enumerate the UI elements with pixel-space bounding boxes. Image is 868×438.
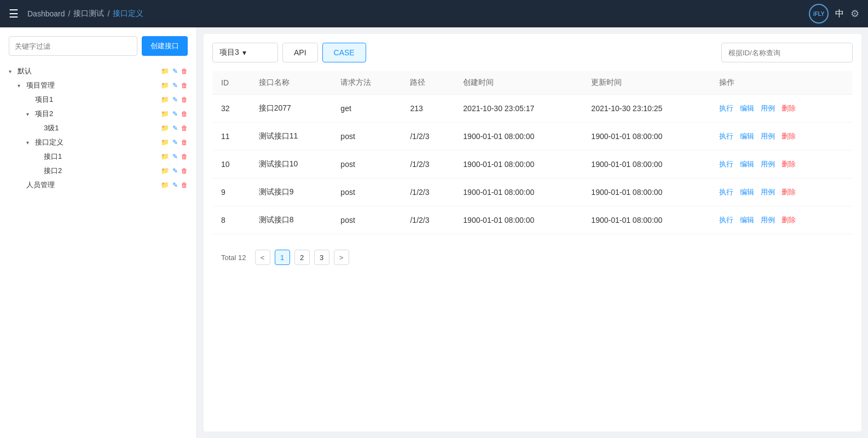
cell-actions: 执行 编辑 用例 删除 — [710, 178, 853, 206]
tree-children-default: ▾ 项目管理 📁 ✎ 🗑 ▸ — [9, 79, 188, 192]
tree-node-interface-def: ▾ 接口定义 📁 ✎ 🗑 — [26, 136, 188, 177]
table-row: 10 测试接口10 post /1/2/3 1900-01-01 08:00:0… — [212, 151, 853, 178]
folder-icon-project1[interactable]: 📁 — [161, 96, 169, 103]
action-execute[interactable]: 执行 — [719, 160, 733, 168]
tab-case[interactable]: CASE — [322, 43, 366, 62]
col-id: ID — [212, 71, 250, 95]
action-usecase[interactable]: 用例 — [761, 188, 775, 196]
tree-row-level3-1[interactable]: ▸ 3级1 📁 ✎ 🗑 — [35, 122, 188, 135]
project-selector[interactable]: 项目3 ▾ — [212, 43, 278, 62]
action-delete[interactable]: 删除 — [782, 132, 796, 140]
tree-label-interface2: 接口2 — [44, 166, 159, 176]
edit-icon-default[interactable]: ✎ — [172, 67, 178, 75]
table-head: ID 接口名称 请求方法 路径 创建时间 更新时间 操作 — [212, 71, 853, 95]
cell-created: 1900-01-01 08:00:00 — [454, 123, 582, 151]
folder-icon-interface1[interactable]: 📁 — [161, 153, 169, 160]
tree-row-interface-def[interactable]: ▾ 接口定义 📁 ✎ 🗑 — [26, 136, 188, 149]
folder-icon-project2[interactable]: 📁 — [161, 110, 169, 118]
delete-icon-project2[interactable]: 🗑 — [181, 110, 188, 118]
action-execute[interactable]: 执行 — [719, 216, 733, 224]
pagination-page-3[interactable]: 3 — [314, 250, 329, 265]
delete-icon-level3-1[interactable]: 🗑 — [181, 124, 188, 132]
edit-icon-project2[interactable]: ✎ — [172, 110, 178, 118]
language-button[interactable]: 中 — [835, 8, 844, 20]
folder-icon-interface-def[interactable]: 📁 — [161, 139, 169, 146]
delete-icon-interface1[interactable]: 🗑 — [181, 153, 188, 160]
breadcrumb-sep-1: / — [68, 9, 71, 18]
cell-updated: 2021-10-30 23:10:25 — [582, 95, 710, 123]
delete-icon-interface-def[interactable]: 🗑 — [181, 139, 188, 146]
tree-label-project-mgmt: 项目管理 — [26, 80, 159, 90]
pagination-page-1[interactable]: 1 — [275, 250, 290, 265]
settings-icon[interactable]: ⚙ — [850, 8, 859, 20]
action-usecase[interactable]: 用例 — [761, 160, 775, 168]
cell-updated: 1900-01-01 08:00:00 — [582, 151, 710, 178]
edit-icon-project1[interactable]: ✎ — [172, 96, 178, 103]
breadcrumb: Dashboard / 接口测试 / 接口定义 — [27, 9, 143, 19]
tree-icons-default: 📁 ✎ 🗑 — [161, 67, 188, 75]
tab-api[interactable]: API — [282, 43, 318, 62]
tree-row-project-mgmt[interactable]: ▾ 项目管理 📁 ✎ 🗑 — [18, 79, 188, 92]
action-delete[interactable]: 删除 — [782, 160, 796, 168]
tree-label-personnel: 人员管理 — [26, 180, 159, 190]
action-execute[interactable]: 执行 — [719, 104, 733, 112]
tree-row-interface1[interactable]: ▸ 接口1 📁 ✎ 🗑 — [35, 150, 188, 163]
action-usecase[interactable]: 用例 — [761, 132, 775, 140]
action-delete[interactable]: 删除 — [782, 188, 796, 196]
edit-icon-personnel[interactable]: ✎ — [172, 181, 178, 189]
action-execute[interactable]: 执行 — [719, 132, 733, 140]
tree-icons-level3-1: 📁 ✎ 🗑 — [161, 124, 188, 132]
action-usecase[interactable]: 用例 — [761, 104, 775, 112]
edit-icon-interface-def[interactable]: ✎ — [172, 139, 178, 146]
hamburger-icon[interactable]: ☰ — [9, 7, 19, 20]
action-usecase[interactable]: 用例 — [761, 216, 775, 224]
cell-created: 1900-01-01 08:00:00 — [454, 178, 582, 206]
create-interface-button[interactable]: 创建接口 — [142, 36, 188, 56]
folder-icon-interface2[interactable]: 📁 — [161, 167, 169, 175]
pagination-prev[interactable]: < — [255, 250, 270, 265]
header-left: ☰ Dashboard / 接口测试 / 接口定义 — [9, 7, 143, 20]
header-right: iFLY 中 ⚙ — [809, 4, 859, 24]
edit-icon-project-mgmt[interactable]: ✎ — [172, 82, 178, 89]
tree-row-default[interactable]: ▾ 默认 📁 ✎ 🗑 — [9, 65, 188, 78]
breadcrumb-interface-test[interactable]: 接口测试 — [73, 9, 104, 19]
delete-icon-interface2[interactable]: 🗑 — [181, 167, 188, 175]
action-edit[interactable]: 编辑 — [740, 132, 754, 140]
search-input[interactable] — [721, 43, 853, 62]
keyword-filter-input[interactable] — [9, 36, 137, 56]
pagination-page-2[interactable]: 2 — [294, 250, 310, 265]
tree-label-default: 默认 — [18, 66, 159, 76]
folder-icon-project-mgmt[interactable]: 📁 — [161, 82, 169, 89]
toggle-default: ▾ — [9, 68, 15, 74]
edit-icon-level3-1[interactable]: ✎ — [172, 124, 178, 132]
action-edit[interactable]: 编辑 — [740, 216, 754, 224]
breadcrumb-dashboard[interactable]: Dashboard — [27, 9, 65, 18]
folder-icon-personnel[interactable]: 📁 — [161, 181, 169, 189]
breadcrumb-interface-def[interactable]: 接口定义 — [113, 9, 143, 19]
delete-icon-project-mgmt[interactable]: 🗑 — [181, 82, 188, 89]
action-edit[interactable]: 编辑 — [740, 188, 754, 196]
delete-icon-project1[interactable]: 🗑 — [181, 96, 188, 103]
cell-name: 测试接口8 — [250, 206, 332, 234]
action-execute[interactable]: 执行 — [719, 188, 733, 196]
tree-row-project2[interactable]: ▾ 项目2 📁 ✎ 🗑 — [26, 107, 188, 120]
action-edit[interactable]: 编辑 — [740, 104, 754, 112]
delete-icon-personnel[interactable]: 🗑 — [181, 181, 188, 189]
edit-icon-interface1[interactable]: ✎ — [172, 153, 178, 160]
tree-row-project1[interactable]: ▸ 项目1 📁 ✎ 🗑 — [26, 93, 188, 106]
action-delete[interactable]: 删除 — [782, 216, 796, 224]
tree-row-interface2[interactable]: ▸ 接口2 📁 ✎ 🗑 — [35, 164, 188, 177]
folder-icon-default[interactable]: 📁 — [161, 67, 169, 75]
folder-icon-level3-1[interactable]: 📁 — [161, 124, 169, 132]
col-updated: 更新时间 — [582, 71, 710, 95]
action-edit[interactable]: 编辑 — [740, 160, 754, 168]
tree-label-level3-1: 3级1 — [44, 123, 159, 133]
delete-icon-default[interactable]: 🗑 — [181, 67, 188, 75]
cell-path: /1/2/3 — [401, 206, 454, 234]
tree-row-personnel[interactable]: ▸ 人员管理 📁 ✎ 🗑 — [18, 178, 188, 192]
edit-icon-interface2[interactable]: ✎ — [172, 167, 178, 175]
cell-id: 8 — [212, 206, 250, 234]
action-delete[interactable]: 删除 — [782, 104, 796, 112]
sidebar-toolbar: 创建接口 — [9, 36, 188, 56]
pagination-next[interactable]: > — [334, 250, 349, 265]
